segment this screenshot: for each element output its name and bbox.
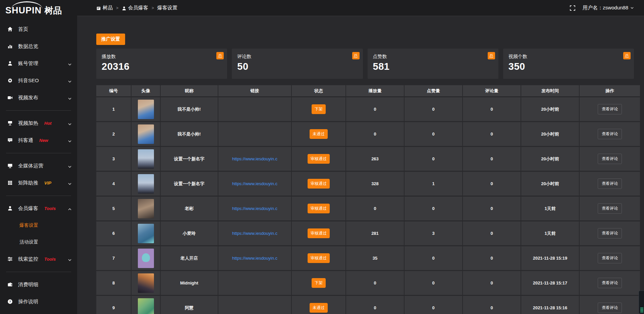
cell-comments: 0 [463, 246, 521, 270]
video-link[interactable]: https://www.iesdouyin.c [232, 231, 277, 236]
cell-plays: 0 [346, 271, 404, 295]
sidebar-item-badge: VIP [44, 180, 51, 186]
video-link[interactable]: https://www.iesdouyin.c [232, 256, 277, 261]
cell-likes: 0 [405, 246, 462, 270]
sidebar-subitem-activity-settings[interactable]: 活动设置 [0, 234, 77, 251]
cell-actions: 查看评论 [580, 197, 640, 220]
chevron-down-icon [68, 181, 72, 185]
user-icon [122, 6, 126, 10]
view-comments-button[interactable]: 查看评论 [598, 278, 622, 288]
cell-nickname: Midnight [161, 271, 218, 295]
avatar [138, 199, 154, 218]
cell-plays: 263 [346, 147, 404, 171]
promo-settings-button[interactable]: 推广设置 [96, 34, 125, 45]
table-header-cell: 头像 [131, 85, 160, 96]
cell-publish-time: 1天前 [521, 221, 579, 245]
cell-nickname: 我不是小帅! [161, 97, 218, 121]
cell-actions: 查看评论 [580, 172, 640, 196]
fullscreen-icon[interactable] [570, 5, 575, 11]
stat-card: 视频个数总350 [503, 49, 634, 79]
sidebar-item-label: 活动设置 [19, 239, 38, 245]
view-comments-button[interactable]: 查看评论 [598, 129, 622, 139]
cell-actions: 查看评论 [580, 97, 640, 121]
stat-card-label: 视频个数 [508, 54, 629, 60]
sidebar-item-media-ops[interactable]: 全媒体运营 [0, 157, 77, 174]
brand-logo[interactable]: SHUPIN 树品 [0, 0, 77, 19]
cell-link [218, 97, 291, 121]
cell-likes: 0 [405, 296, 462, 314]
sidebar-item-consumption-detail[interactable]: 消费明细 [0, 276, 77, 293]
stat-card-label: 评论数 [237, 54, 357, 60]
cell-avatar [131, 246, 160, 270]
view-comments-button[interactable]: 查看评论 [598, 203, 622, 214]
avatar [138, 124, 154, 144]
view-comments-button[interactable]: 查看评论 [598, 253, 622, 263]
table-header-cell: 评论量 [463, 85, 521, 96]
cell-link: https://www.iesdouyin.c [218, 246, 291, 270]
cell-publish-time: 20小时前 [521, 122, 579, 146]
stat-card-label: 点赞数 [373, 54, 493, 60]
cell-status: 审核通过 [292, 197, 345, 220]
cell-likes: 3 [405, 221, 462, 245]
sidebar-item-douyin-seo[interactable]: 抖音SEO [0, 72, 77, 89]
floating-extension-handle[interactable] [639, 291, 644, 314]
video-link[interactable]: https://www.iesdouyin.c [232, 206, 277, 211]
breadcrumb-label: 树品 [103, 5, 113, 11]
cell-publish-time: 2021-11-28 15:19 [521, 246, 579, 270]
menu-divider [6, 153, 71, 153]
breadcrumb-item-item[interactable]: 树品 [96, 5, 113, 11]
sidebar-item-instructions[interactable]: ?操作说明 [0, 293, 77, 310]
video-link[interactable]: https://www.iesdouyin.c [232, 156, 277, 161]
avatar [138, 273, 154, 293]
view-comments-button[interactable]: 查看评论 [598, 154, 622, 164]
cell-avatar [131, 97, 160, 121]
status-badge: 审核通过 [308, 253, 330, 263]
view-comments-button[interactable]: 查看评论 [598, 104, 622, 114]
sidebar-subitem-baoke-settings[interactable]: 爆客设置 [0, 217, 77, 234]
sidebar-item-lead-monitor[interactable]: 线索监控Tools [0, 251, 77, 268]
sidebar-item-label: 矩阵助推 [18, 180, 38, 186]
sidebar-item-member-baoke[interactable]: 会员爆客Tools [0, 200, 77, 217]
cell-avatar [131, 197, 160, 220]
cell-publish-time: 20小时前 [521, 97, 579, 121]
sidebar-item-data-overview[interactable]: 数据总览 [0, 38, 77, 55]
stat-card: 播放数总20316 [96, 49, 227, 79]
sidebar-item-label: 首页 [18, 26, 28, 33]
cell-nickname: 设置一个新名字 [161, 172, 218, 196]
sidebar-item-accounts[interactable]: 账号管理 [0, 55, 77, 72]
cell-comments: 0 [463, 147, 521, 171]
view-comments-button[interactable]: 查看评论 [598, 303, 622, 313]
stat-card: 点赞数总581 [368, 49, 498, 79]
video-link[interactable]: https://www.iesdouyin.c [232, 181, 277, 186]
sidebar-item-badge: Hot [44, 121, 52, 126]
breadcrumb-item-member-baoke[interactable]: 会员爆客 [122, 5, 148, 11]
cell-comments: 0 [463, 197, 521, 220]
cell-plays: 35 [346, 246, 404, 270]
cell-id: 7 [96, 246, 131, 270]
sidebar-item-video-publish[interactable]: 视频发布 [0, 89, 77, 106]
cell-id: 8 [96, 271, 131, 295]
gear-icon [7, 78, 13, 84]
home-icon [7, 27, 13, 32]
cell-link: https://www.iesdouyin.c [218, 197, 291, 220]
breadcrumb-item-baoke-settings: 爆客设置 [157, 5, 177, 11]
view-comments-button[interactable]: 查看评论 [598, 178, 622, 189]
sidebar-item-video-heat[interactable]: 视频加热Hot [0, 115, 77, 132]
cell-status: 审核通过 [292, 221, 345, 245]
table-header-cell: 操作 [580, 85, 640, 96]
breadcrumb-label: 爆客设置 [157, 5, 177, 11]
stat-cards: 播放数总20316评论数总50点赞数总581视频个数总350 [96, 49, 634, 79]
sidebar-item-douketong[interactable]: 抖客通New [0, 132, 77, 149]
cell-comments: 0 [463, 97, 521, 121]
sidebar-item-label: 线索监控 [18, 256, 38, 262]
sidebar-item-matrix-boost[interactable]: 矩阵助推VIP [0, 174, 77, 192]
user-dropdown[interactable]: 用户名：zswodun88 [583, 5, 634, 11]
logo-text-cn: 树品 [44, 5, 62, 15]
cell-likes: 0 [405, 197, 462, 220]
cell-avatar [131, 221, 160, 245]
cell-link: https://www.iesdouyin.c [218, 147, 291, 171]
sidebar-item-home[interactable]: 首页 [0, 21, 77, 38]
avatar [138, 174, 154, 194]
wallet-icon [7, 282, 13, 287]
view-comments-button[interactable]: 查看评论 [598, 228, 622, 239]
